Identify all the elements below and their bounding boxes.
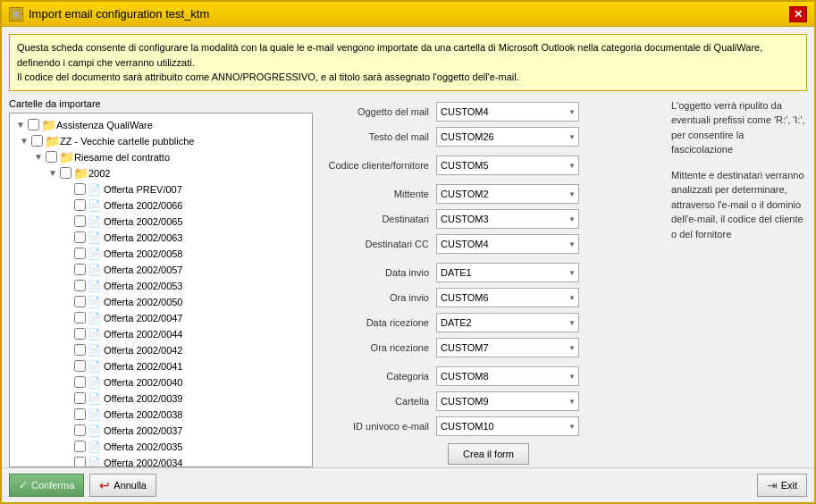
form-row-testo: Testo del mail CUSTOM26 <box>320 127 657 147</box>
tree-checkbox[interactable] <box>31 135 43 147</box>
tree-item[interactable]: ▼ 📁 Assistenza QualiWare <box>12 117 310 133</box>
select-orainvio[interactable]: CUSTOM6 <box>436 288 579 307</box>
list-item[interactable]: 📄 Offerta PREV/007 <box>58 181 310 197</box>
tree-container[interactable]: ▼ 📁 Assistenza QualiWare ▼ 📁 ZZ - Vecchi… <box>9 113 313 468</box>
label-categoria: Categoria <box>320 371 436 382</box>
select-wrapper-testo: CUSTOM26 <box>436 127 579 147</box>
hint-section: L'oggetto verrà ripulito da eventuali pr… <box>664 98 807 468</box>
file-icon: 📄 <box>88 280 101 292</box>
form-row-dataricezione: Data ricezione DATE2 <box>320 313 657 332</box>
tree-checkbox[interactable] <box>74 280 86 291</box>
tree-checkbox[interactable] <box>74 231 86 243</box>
form-row-orainvio: Ora invio CUSTOM6 <box>320 288 657 307</box>
select-wrapper-categoria: CUSTOM8 <box>436 366 579 386</box>
list-item[interactable]: 📄 Offerta 2002/0065 <box>58 214 310 230</box>
tree-checkbox[interactable] <box>74 215 86 227</box>
tree-checkbox[interactable] <box>60 167 72 179</box>
list-item[interactable]: 📄 Offerta 2002/0058 <box>58 246 310 262</box>
list-item[interactable]: 📄 Offerta 2002/0041 <box>58 358 310 374</box>
form-section: Oggetto del mail CUSTOM4 Testo del mail … <box>320 98 657 468</box>
tree-item-label: Offerta 2002/0057 <box>104 265 182 275</box>
tree-checkbox[interactable] <box>74 441 86 452</box>
hint-text-1: L'oggetto verrà ripulito da eventuali pr… <box>671 100 805 155</box>
list-item[interactable]: 📄 Offerta 2002/0063 <box>58 230 310 246</box>
tree-checkbox[interactable] <box>74 360 86 372</box>
tree-checkbox[interactable] <box>74 248 86 259</box>
list-item[interactable]: 📄 Offerta 2002/0044 <box>58 326 310 342</box>
list-item[interactable]: 📄 Offerta 2002/0066 <box>58 197 310 214</box>
tree-checkbox[interactable] <box>74 199 86 211</box>
select-wrapper-mittente: CUSTOM2 <box>436 184 579 204</box>
spacer <box>60 375 74 390</box>
list-item[interactable]: 📄 Offerta 2002/0035 <box>58 439 310 455</box>
confirma-button[interactable]: ✓ Conferma <box>9 474 84 497</box>
window-icon <box>9 7 23 21</box>
spacer <box>60 311 74 325</box>
tree-checkbox[interactable] <box>74 457 86 467</box>
select-destinataricc[interactable]: CUSTOM4 <box>436 234 579 254</box>
tree-item-label: Offerta 2002/0041 <box>104 361 182 372</box>
file-icon: 📄 <box>88 360 101 373</box>
list-item[interactable]: 📄 Offerta 2002/0034 <box>58 455 310 468</box>
list-item[interactable]: 📄 Offerta 2002/0050 <box>58 294 310 310</box>
tree-checkbox[interactable] <box>74 312 86 323</box>
select-testo[interactable]: CUSTOM26 <box>436 127 579 147</box>
list-item[interactable]: 📄 Offerta 2002/0053 <box>58 278 310 294</box>
label-mittente: Mittente <box>320 189 436 199</box>
tree-checkbox[interactable] <box>74 376 86 388</box>
form-row-codice: Codice cliente/fornitore CUSTOM5 <box>320 155 657 175</box>
list-item[interactable]: 📄 Offerta 2002/0047 <box>58 310 310 326</box>
hint-block-1: L'oggetto verrà ripulito da eventuali pr… <box>671 98 807 157</box>
select-cartella[interactable]: CUSTOM9 <box>436 391 579 411</box>
tree-checkbox[interactable] <box>74 392 86 404</box>
tree-item[interactable]: ▼ 📁 2002 <box>44 165 310 181</box>
tree-item[interactable]: ▼ 📁 ZZ - Vecchie cartelle pubbliche <box>15 133 310 149</box>
select-idunivoco[interactable]: CUSTOM10 <box>436 416 579 436</box>
spacer <box>60 391 74 406</box>
exit-button[interactable]: ⇥ Exit <box>757 474 807 497</box>
tree-checkbox[interactable] <box>74 344 86 356</box>
spacer <box>60 407 74 422</box>
tree-checkbox[interactable] <box>74 264 86 275</box>
select-wrapper-cartella: CUSTOM9 <box>436 391 579 411</box>
expand-icon[interactable]: ▼ <box>46 166 60 181</box>
select-mittente[interactable]: CUSTOM2 <box>436 184 579 204</box>
select-datainvio[interactable]: DATE1 <box>436 263 579 282</box>
list-item[interactable]: 📄 Offerta 2002/0038 <box>58 407 310 423</box>
select-codice[interactable]: CUSTOM5 <box>436 155 579 175</box>
tree-item-label: Offerta 2002/0040 <box>104 377 182 388</box>
list-item[interactable]: 📄 Offerta 2002/0039 <box>58 391 310 407</box>
tree-item[interactable]: ▼ 📁 Riesame del contratto <box>29 149 310 165</box>
tree-checkbox[interactable] <box>74 424 86 436</box>
folder-icon: 📁 <box>73 166 88 181</box>
tree-checkbox[interactable] <box>74 296 86 307</box>
list-item[interactable]: 📄 Offerta 2002/0057 <box>58 262 310 278</box>
expand-icon[interactable]: ▼ <box>13 118 28 132</box>
select-destinatari[interactable]: CUSTOM3 <box>436 209 579 229</box>
spacer <box>60 295 74 309</box>
form-row-destinatari: Destinatari CUSTOM3 <box>320 209 657 229</box>
select-wrapper-destinatari: CUSTOM3 <box>436 209 579 229</box>
tree-checkbox[interactable] <box>74 183 86 195</box>
select-dataricezione[interactable]: DATE2 <box>436 313 579 332</box>
list-item[interactable]: 📄 Offerta 2002/0037 <box>58 423 310 439</box>
select-oraricezione[interactable]: CUSTOM7 <box>436 338 579 357</box>
select-categoria[interactable]: CUSTOM8 <box>436 366 579 386</box>
create-form-button[interactable]: Crea il form <box>448 443 529 465</box>
expand-icon[interactable]: ▼ <box>31 150 46 164</box>
tree-item-label: Offerta 2002/0037 <box>104 425 182 436</box>
select-oggetto[interactable]: CUSTOM4 <box>436 102 579 122</box>
tree-checkbox[interactable] <box>28 119 39 130</box>
tree-checkbox[interactable] <box>46 151 57 163</box>
list-item[interactable]: 📄 Offerta 2002/0042 <box>58 342 310 358</box>
list-item[interactable]: 📄 Offerta 2002/0040 <box>58 374 310 391</box>
bottom-bar: ✓ Conferma ↩ Annulla ⇥ Exit <box>2 467 814 502</box>
window-title: Import email configuration test_ktm <box>29 7 209 21</box>
file-icon: 📄 <box>88 328 101 340</box>
tree-checkbox[interactable] <box>74 408 86 420</box>
annulla-button[interactable]: ↩ Annulla <box>89 474 156 497</box>
expand-icon[interactable]: ▼ <box>17 134 31 148</box>
main-window: Import email configuration test_ktm ✕ Qu… <box>0 0 816 504</box>
close-button[interactable]: ✕ <box>789 6 807 22</box>
tree-checkbox[interactable] <box>74 328 86 340</box>
